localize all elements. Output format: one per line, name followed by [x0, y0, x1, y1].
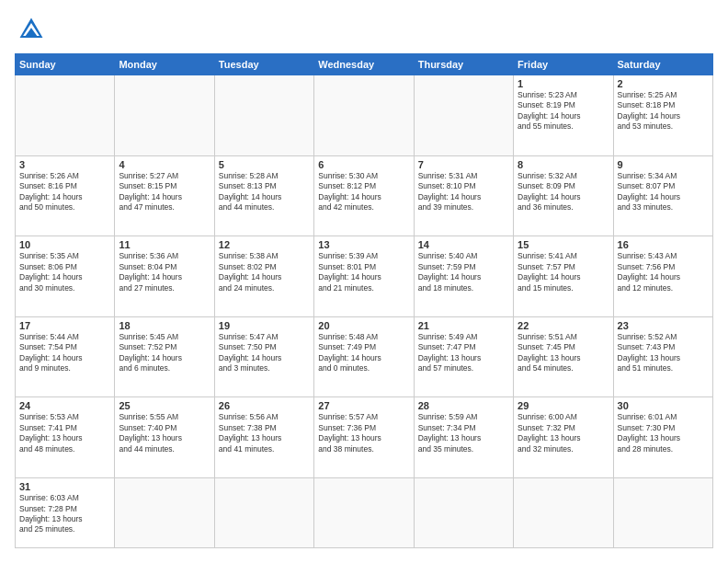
day-cell: 24Sunrise: 5:53 AMSunset: 7:41 PMDayligh…	[16, 397, 115, 478]
day-number: 14	[418, 239, 509, 250]
day-cell	[414, 478, 513, 548]
day-number: 7	[418, 159, 509, 170]
day-info: Sunrise: 5:28 AMSunset: 8:13 PMDaylight:…	[219, 171, 310, 213]
week-row-2: 3Sunrise: 5:26 AMSunset: 8:16 PMDaylight…	[16, 155, 713, 236]
day-number: 30	[618, 400, 709, 411]
day-cell: 26Sunrise: 5:56 AMSunset: 7:38 PMDayligh…	[214, 397, 313, 478]
day-number: 25	[119, 400, 210, 411]
day-cell: 14Sunrise: 5:40 AMSunset: 7:59 PMDayligh…	[414, 236, 513, 317]
day-cell: 31Sunrise: 6:03 AMSunset: 7:28 PMDayligh…	[16, 478, 115, 548]
day-cell	[514, 478, 613, 548]
week-row-3: 10Sunrise: 5:35 AMSunset: 8:06 PMDayligh…	[16, 236, 713, 317]
day-info: Sunrise: 5:56 AMSunset: 7:38 PMDaylight:…	[219, 412, 310, 454]
weekday-header-friday: Friday	[514, 54, 613, 75]
day-info: Sunrise: 6:01 AMSunset: 7:30 PMDaylight:…	[618, 412, 709, 454]
day-number: 18	[119, 320, 210, 331]
day-number: 27	[318, 400, 409, 411]
day-number: 3	[19, 159, 110, 170]
day-info: Sunrise: 6:00 AMSunset: 7:32 PMDaylight:…	[518, 412, 609, 454]
day-number: 5	[219, 159, 310, 170]
day-number: 16	[618, 239, 709, 250]
day-cell: 13Sunrise: 5:39 AMSunset: 8:01 PMDayligh…	[314, 236, 414, 317]
day-info: Sunrise: 5:31 AMSunset: 8:10 PMDaylight:…	[418, 171, 509, 213]
day-number: 2	[618, 78, 709, 89]
weekday-header-wednesday: Wednesday	[314, 54, 414, 75]
day-info: Sunrise: 5:39 AMSunset: 8:01 PMDaylight:…	[318, 251, 409, 293]
day-info: Sunrise: 5:27 AMSunset: 8:15 PMDaylight:…	[119, 171, 210, 213]
day-info: Sunrise: 5:44 AMSunset: 7:54 PMDaylight:…	[19, 332, 110, 374]
day-number: 20	[318, 320, 409, 331]
day-number: 4	[119, 159, 210, 170]
day-number: 9	[618, 159, 709, 170]
weekday-header-sunday: Sunday	[16, 54, 115, 75]
header	[15, 15, 713, 44]
day-cell: 10Sunrise: 5:35 AMSunset: 8:06 PMDayligh…	[16, 236, 115, 317]
day-info: Sunrise: 5:26 AMSunset: 8:16 PMDaylight:…	[19, 171, 110, 213]
day-number: 22	[518, 320, 609, 331]
day-cell: 27Sunrise: 5:57 AMSunset: 7:36 PMDayligh…	[314, 397, 414, 478]
day-info: Sunrise: 5:25 AMSunset: 8:18 PMDaylight:…	[618, 90, 709, 132]
day-number: 6	[318, 159, 409, 170]
day-cell: 6Sunrise: 5:30 AMSunset: 8:12 PMDaylight…	[314, 155, 414, 236]
day-info: Sunrise: 5:52 AMSunset: 7:43 PMDaylight:…	[618, 332, 709, 374]
day-cell: 25Sunrise: 5:55 AMSunset: 7:40 PMDayligh…	[115, 397, 214, 478]
day-cell	[314, 75, 414, 156]
day-cell: 28Sunrise: 5:59 AMSunset: 7:34 PMDayligh…	[414, 397, 513, 478]
day-info: Sunrise: 5:45 AMSunset: 7:52 PMDaylight:…	[119, 332, 210, 374]
day-cell: 20Sunrise: 5:48 AMSunset: 7:49 PMDayligh…	[314, 316, 414, 397]
day-cell: 22Sunrise: 5:51 AMSunset: 7:45 PMDayligh…	[514, 316, 613, 397]
day-number: 19	[219, 320, 310, 331]
day-number: 28	[418, 400, 509, 411]
day-info: Sunrise: 5:47 AMSunset: 7:50 PMDaylight:…	[219, 332, 310, 374]
day-cell: 23Sunrise: 5:52 AMSunset: 7:43 PMDayligh…	[613, 316, 712, 397]
day-cell	[314, 478, 414, 548]
logo-icon	[17, 15, 46, 44]
day-cell: 4Sunrise: 5:27 AMSunset: 8:15 PMDaylight…	[115, 155, 214, 236]
day-info: Sunrise: 5:35 AMSunset: 8:06 PMDaylight:…	[19, 251, 110, 293]
day-number: 13	[318, 239, 409, 250]
week-row-4: 17Sunrise: 5:44 AMSunset: 7:54 PMDayligh…	[16, 316, 713, 397]
day-info: Sunrise: 5:53 AMSunset: 7:41 PMDaylight:…	[19, 412, 110, 454]
calendar-table: SundayMondayTuesdayWednesdayThursdayFrid…	[15, 53, 713, 548]
day-number: 21	[418, 320, 509, 331]
day-cell: 21Sunrise: 5:49 AMSunset: 7:47 PMDayligh…	[414, 316, 513, 397]
day-cell: 7Sunrise: 5:31 AMSunset: 8:10 PMDaylight…	[414, 155, 513, 236]
day-number: 15	[518, 239, 609, 250]
week-row-1: 1Sunrise: 5:23 AMSunset: 8:19 PMDaylight…	[16, 75, 713, 156]
day-cell	[613, 478, 712, 548]
day-info: Sunrise: 5:59 AMSunset: 7:34 PMDaylight:…	[418, 412, 509, 454]
day-cell	[414, 75, 513, 156]
week-row-6: 31Sunrise: 6:03 AMSunset: 7:28 PMDayligh…	[16, 478, 713, 548]
day-cell: 9Sunrise: 5:34 AMSunset: 8:07 PMDaylight…	[613, 155, 712, 236]
day-number: 26	[219, 400, 310, 411]
day-cell: 2Sunrise: 5:25 AMSunset: 8:18 PMDaylight…	[613, 75, 712, 156]
weekday-header-tuesday: Tuesday	[214, 54, 313, 75]
weekday-header-row: SundayMondayTuesdayWednesdayThursdayFrid…	[16, 54, 713, 75]
weekday-header-thursday: Thursday	[414, 54, 513, 75]
day-number: 1	[518, 78, 609, 89]
day-cell: 1Sunrise: 5:23 AMSunset: 8:19 PMDaylight…	[514, 75, 613, 156]
day-cell: 8Sunrise: 5:32 AMSunset: 8:09 PMDaylight…	[514, 155, 613, 236]
day-info: Sunrise: 5:30 AMSunset: 8:12 PMDaylight:…	[318, 171, 409, 213]
weekday-header-monday: Monday	[115, 54, 214, 75]
day-cell: 3Sunrise: 5:26 AMSunset: 8:16 PMDaylight…	[16, 155, 115, 236]
day-cell	[16, 75, 115, 156]
day-info: Sunrise: 5:48 AMSunset: 7:49 PMDaylight:…	[318, 332, 409, 374]
day-cell: 11Sunrise: 5:36 AMSunset: 8:04 PMDayligh…	[115, 236, 214, 317]
logo	[15, 15, 46, 44]
day-cell: 16Sunrise: 5:43 AMSunset: 7:56 PMDayligh…	[613, 236, 712, 317]
day-cell	[115, 75, 214, 156]
day-info: Sunrise: 5:57 AMSunset: 7:36 PMDaylight:…	[318, 412, 409, 454]
day-cell: 19Sunrise: 5:47 AMSunset: 7:50 PMDayligh…	[214, 316, 313, 397]
day-cell	[214, 478, 313, 548]
day-number: 8	[518, 159, 609, 170]
page: SundayMondayTuesdayWednesdayThursdayFrid…	[0, 0, 728, 563]
day-info: Sunrise: 5:36 AMSunset: 8:04 PMDaylight:…	[119, 251, 210, 293]
day-cell	[115, 478, 214, 548]
day-cell: 17Sunrise: 5:44 AMSunset: 7:54 PMDayligh…	[16, 316, 115, 397]
day-cell: 12Sunrise: 5:38 AMSunset: 8:02 PMDayligh…	[214, 236, 313, 317]
weekday-header-saturday: Saturday	[613, 54, 712, 75]
day-info: Sunrise: 5:32 AMSunset: 8:09 PMDaylight:…	[518, 171, 609, 213]
day-info: Sunrise: 5:23 AMSunset: 8:19 PMDaylight:…	[518, 90, 609, 132]
day-info: Sunrise: 5:41 AMSunset: 7:57 PMDaylight:…	[518, 251, 609, 293]
